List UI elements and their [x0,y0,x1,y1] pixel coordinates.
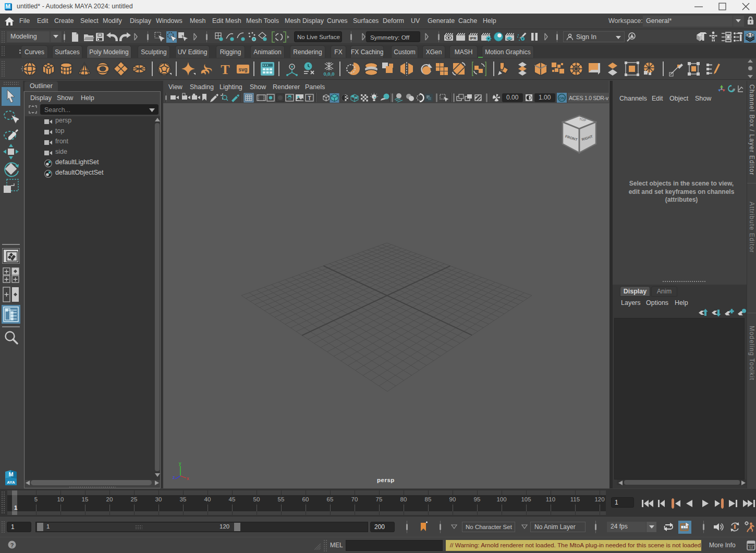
svg-text:M: M [8,471,13,477]
svg-text:0,0,0: 0,0,0 [323,71,334,77]
svg-text:AYA: AYA [7,480,15,485]
svg-text:T: T [221,62,229,77]
svg-text:x: x [187,476,189,481]
svg-text:z: z [173,475,175,480]
svg-text:y: y [179,461,181,466]
svg-text:IPR: IPR [470,36,477,41]
svg-text:M: M [5,3,10,9]
svg-text:svg: svg [238,67,247,72]
svg-text:?: ? [10,542,14,548]
svg-text:{"{;}"}: {"{;}"} [747,545,755,549]
